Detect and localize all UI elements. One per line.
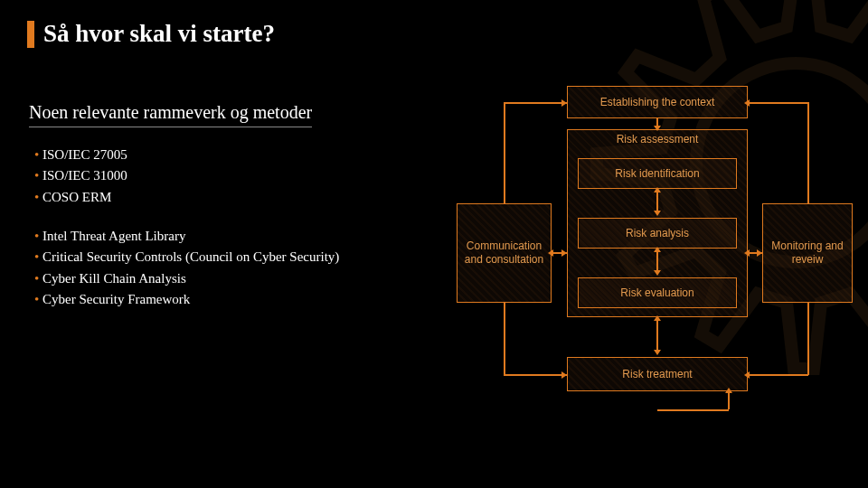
- arrowhead-right-icon: [561, 99, 567, 107]
- slide-title: Så hvor skal vi starte?: [43, 20, 275, 48]
- list-item: Critical Security Controls (Council on C…: [34, 247, 339, 267]
- arrowhead-left-icon: [744, 99, 750, 107]
- arrowhead-right-icon: [561, 371, 567, 379]
- box-risk-analysis: Risk analysis: [578, 218, 737, 249]
- arrow-line: [504, 102, 505, 203]
- arrow-line: [748, 102, 808, 104]
- arrowhead-up-icon: [654, 315, 661, 321]
- list-item: Cyber Security Framework: [34, 289, 339, 310]
- list-item: Intel Threat Agent Library: [34, 226, 339, 247]
- box-communication-consultation: Communication and consultation: [457, 203, 552, 303]
- arrow-line: [748, 374, 808, 376]
- list-item: COSO ERM: [34, 187, 127, 208]
- list-item: ISO/IEC 31000: [34, 165, 127, 186]
- box-establishing-context: Establishing the context: [567, 86, 748, 118]
- arrow-line: [656, 317, 658, 353]
- title-accent-bar: [27, 21, 34, 48]
- arrowhead-up-icon: [654, 187, 661, 192]
- arrowhead-up-icon: [654, 247, 661, 252]
- arrow-line: [504, 102, 567, 104]
- arrowhead-right-icon: [561, 249, 567, 257]
- arrow-line: [504, 374, 567, 376]
- arrowhead-left-icon: [744, 249, 750, 257]
- slide-subtitle: Noen relevante rammeverk og metoder: [29, 102, 312, 127]
- arrow-line: [504, 303, 505, 375]
- bullet-group-1: ISO/IEC 27005 ISO/IEC 31000 COSO ERM: [34, 145, 127, 208]
- box-risk-identification: Risk identification: [578, 158, 737, 189]
- arrow-line: [728, 391, 730, 409]
- arrowhead-up-icon: [725, 388, 732, 393]
- arrowhead-down-icon: [654, 350, 661, 355]
- slide: Så hvor skal vi starte? Noen relevante r…: [0, 0, 868, 488]
- arrow-line: [807, 102, 809, 203]
- arrowhead-down-icon: [654, 126, 661, 131]
- arrowhead-down-icon: [654, 270, 661, 276]
- arrow-line: [657, 409, 729, 411]
- risk-process-diagram: Establishing the context Risk assessment…: [457, 86, 854, 420]
- arrowhead-left-icon: [744, 371, 750, 379]
- arrowhead-down-icon: [654, 211, 661, 216]
- label-risk-assessment: Risk assessment: [567, 133, 748, 145]
- title-row: Så hvor skal vi starte?: [27, 20, 275, 48]
- arrowhead-right-icon: [757, 249, 762, 257]
- bullet-group-2: Intel Threat Agent Library Critical Secu…: [34, 226, 339, 310]
- box-risk-treatment: Risk treatment: [567, 357, 748, 391]
- list-item: Cyber Kill Chain Analysis: [34, 268, 339, 289]
- arrow-line: [807, 303, 809, 375]
- list-item: ISO/IEC 27005: [34, 145, 127, 165]
- box-monitoring-review: Monitoring and reveiw: [762, 203, 853, 303]
- arrowhead-left-icon: [548, 249, 553, 257]
- box-risk-evaluation: Risk evaluation: [578, 277, 737, 308]
